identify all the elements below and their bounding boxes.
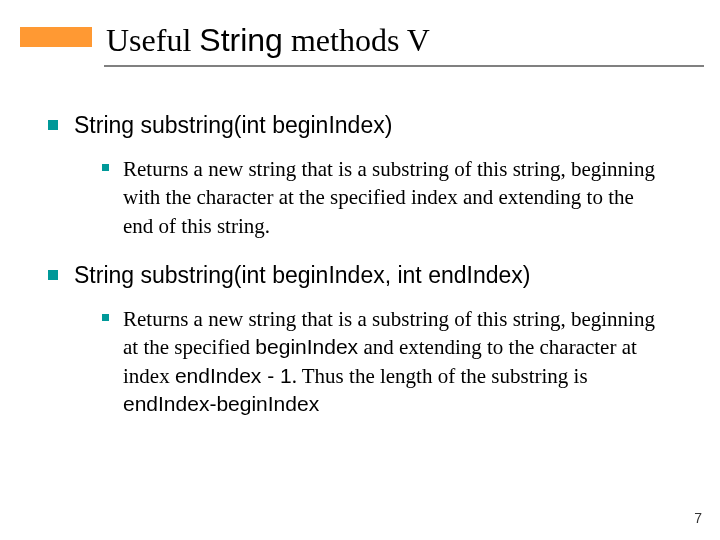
method-signature: String substring(int beginIndex, int end…: [74, 260, 530, 291]
bullet-level2: Returns a new string that is a substring…: [102, 305, 680, 418]
title-accent-bar: [20, 27, 92, 47]
page-number: 7: [694, 510, 702, 526]
desc-text: . Thus the length of the substring is: [292, 364, 588, 388]
title-code-word: String: [199, 22, 283, 58]
bullet-level2: Returns a new string that is a substring…: [102, 155, 680, 240]
inline-code: beginIndex: [255, 335, 358, 358]
title-pre: Useful: [106, 22, 199, 58]
square-bullet-icon: [48, 120, 58, 130]
method-signature: String substring(int beginIndex): [74, 110, 392, 141]
bullet-level1: String substring(int beginIndex, int end…: [48, 260, 680, 418]
slide-title: Useful String methods V: [106, 22, 430, 58]
square-bullet-icon: [102, 164, 109, 171]
title-post: methods V: [283, 22, 430, 58]
square-bullet-icon: [102, 314, 109, 321]
square-bullet-icon: [48, 270, 58, 280]
inline-code: endIndex-beginIndex: [123, 392, 319, 415]
inline-code: endIndex - 1: [175, 364, 292, 387]
slide-title-block: Useful String methods V: [20, 22, 700, 67]
method-description: Returns a new string that is a substring…: [123, 305, 663, 418]
method-description: Returns a new string that is a substring…: [123, 155, 663, 240]
bullet-level1: String substring(int beginIndex) Returns…: [48, 110, 680, 240]
title-underline: [104, 65, 704, 67]
slide-body: String substring(int beginIndex) Returns…: [48, 100, 680, 439]
